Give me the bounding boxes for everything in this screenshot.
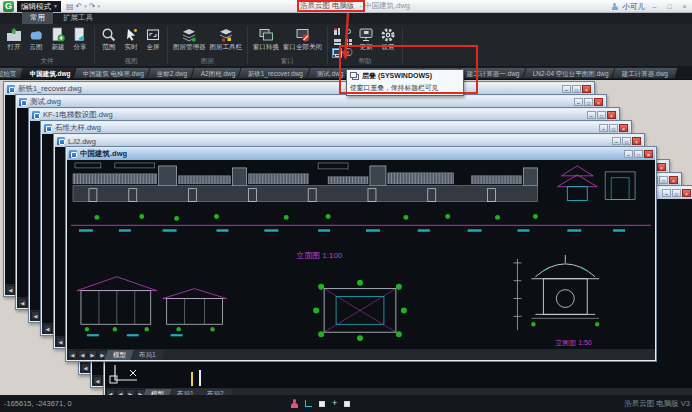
redo-dropdown-icon[interactable]: ▾ xyxy=(98,3,101,9)
layer-toolbar-button[interactable]: 图层工具栏 xyxy=(208,25,245,53)
layer-toolbar-icon xyxy=(217,26,235,43)
win-close-button[interactable]: × xyxy=(644,150,653,158)
app-close-button[interactable]: × xyxy=(679,3,690,10)
user-status-icon[interactable] xyxy=(290,399,298,408)
win-restore-button[interactable]: □ xyxy=(572,85,581,93)
share-icon xyxy=(71,26,89,43)
status-bar: -165615, -243671, 0 + 浩辰云图 电脑版 V3 xyxy=(0,395,692,412)
window-arrange-cluster: ⓘ xyxy=(331,25,355,60)
layout-first-button[interactable]: ◀ xyxy=(31,311,40,320)
ribbon-group-file: 打开 云图 新建 分享 文件 xyxy=(0,24,94,66)
win-minimize-button[interactable]: – xyxy=(562,85,571,93)
cloud-button[interactable]: 云图 xyxy=(25,25,47,53)
win-close-button[interactable]: × xyxy=(607,111,616,119)
app-minimize-button[interactable]: – xyxy=(649,3,660,10)
app-maximize-button[interactable]: □ xyxy=(664,3,675,10)
close-all-windows-button[interactable]: 窗口全部关闭 xyxy=(281,25,324,53)
user-name[interactable]: 小可儿 xyxy=(623,2,646,12)
fullscreen-button[interactable]: 全屏 xyxy=(142,25,164,53)
open-button[interactable]: 打开 xyxy=(3,25,25,53)
open-folder-icon xyxy=(5,26,23,43)
grid-toggle-icon[interactable] xyxy=(344,401,350,407)
win-close-button[interactable]: × xyxy=(682,189,691,197)
layout-first-button[interactable]: ◀ xyxy=(93,376,102,385)
layout-first-button[interactable]: ◀ xyxy=(56,337,65,346)
new-button[interactable]: 新建 xyxy=(47,25,69,53)
mdi-window-active[interactable]: 中国建筑.dwg –□× xyxy=(65,146,657,362)
undo-dropdown-icon[interactable]: ▾ xyxy=(84,3,87,9)
win-minimize-button[interactable]: – xyxy=(662,189,671,197)
crosshair-toggle-icon[interactable]: + xyxy=(332,399,337,408)
redo-icon[interactable]: ↷ xyxy=(89,2,96,11)
layout-first-button[interactable]: ◀ xyxy=(18,298,27,307)
tile-vertical-button[interactable] xyxy=(332,26,342,36)
window-title-text: KF-1电梯数设图.dwg xyxy=(43,110,113,120)
ribbon-tab-common[interactable]: 常用 xyxy=(22,12,53,24)
layout-next-button[interactable]: ▶ xyxy=(88,350,97,359)
ribbon-tab-extended-tools[interactable]: 扩展工具 xyxy=(55,12,101,24)
record-icon xyxy=(346,29,351,34)
win-minimize-button[interactable]: – xyxy=(599,124,608,132)
app-titlebar: G 编辑模式 ▾ ▤ ↶ ▾ ↷ ▾ 浩辰云图 电脑版 - 中国建筑.dwg 小… xyxy=(0,0,692,13)
doc-tab-label: 测试.dwg xyxy=(316,68,343,80)
doc-tab[interactable]: 建工计算器一.dwg xyxy=(456,67,530,79)
win-restore-button[interactable]: □ xyxy=(659,176,668,184)
layout-first-button[interactable]: ◀ xyxy=(6,285,15,294)
active-drawing-canvas[interactable]: 立面图 1:100 xyxy=(67,160,655,349)
tooltip-description: 使窗口重叠，保持标题栏可见 xyxy=(350,83,460,93)
doc-tab-label: 建工计算器.dwg xyxy=(621,68,667,80)
ribbon: 常用 扩展工具 打开 云图 新建 xyxy=(0,13,692,66)
edit-mode-button[interactable]: 编辑模式 ▾ xyxy=(17,1,61,12)
layout-first-button[interactable]: ◀ xyxy=(81,363,90,372)
ortho-toggle-icon[interactable] xyxy=(305,400,312,407)
cascade-icon xyxy=(333,49,340,55)
share-button[interactable]: 分享 xyxy=(69,25,91,53)
layer-manager-button[interactable]: 图层管理器 xyxy=(171,25,208,53)
gear-icon xyxy=(379,26,397,43)
win-close-button[interactable]: × xyxy=(619,124,628,132)
save-icon[interactable]: ▤ xyxy=(66,2,74,11)
undo-icon[interactable]: ↶ xyxy=(76,2,83,11)
win-minimize-button[interactable]: – xyxy=(624,150,633,158)
layout-prev-button[interactable]: ◀ xyxy=(78,350,87,359)
cursor-coordinates: -165615, -243671, 0 xyxy=(4,399,72,408)
doc-tab[interactable]: 建工计算器.dwg xyxy=(611,67,679,79)
zoom-extents-label: 范围 xyxy=(103,43,116,52)
new-document-icon xyxy=(49,26,67,43)
win-restore-button[interactable]: □ xyxy=(597,111,606,119)
cascade-icon xyxy=(350,72,357,78)
dwg-file-icon xyxy=(69,150,77,158)
win-close-button[interactable]: × xyxy=(632,137,641,145)
snap-toggle-icon[interactable] xyxy=(319,401,325,407)
layout-first-button[interactable]: ◀ xyxy=(43,324,52,333)
win-minimize-button[interactable]: – xyxy=(612,137,621,145)
doc-tab[interactable]: 中国建筑 电梯黑.dwg xyxy=(73,67,155,79)
win-close-button[interactable]: × xyxy=(582,85,591,93)
win-minimize-button[interactable]: – xyxy=(587,111,596,119)
update-button[interactable]: 更新 xyxy=(355,25,377,53)
win-close-button[interactable]: × xyxy=(657,163,666,171)
settings-button[interactable]: 设置 xyxy=(377,25,399,53)
win-close-button[interactable]: × xyxy=(669,176,678,184)
win-restore-button[interactable]: □ xyxy=(609,124,618,132)
win-minimize-button[interactable]: – xyxy=(574,98,583,106)
win-restore-button[interactable]: □ xyxy=(584,98,593,106)
doc-tab[interactable]: LN2-04 空位台平面图.dwg xyxy=(522,67,619,79)
doc-tab-label: LN2-04 空位台平面图.dwg xyxy=(532,68,608,80)
win-restore-button[interactable]: □ xyxy=(672,189,681,197)
record-button[interactable] xyxy=(343,26,353,36)
layout-tab-layout1[interactable]: 布局1 xyxy=(130,350,164,360)
win-close-button[interactable]: × xyxy=(594,98,603,106)
tile-horizontal-button[interactable] xyxy=(332,37,342,47)
active-window-titlebar[interactable]: 中国建筑.dwg –□× xyxy=(67,148,655,160)
layout-first-button[interactable]: ◀ xyxy=(68,350,77,359)
window-switch-button[interactable]: 窗口转换 xyxy=(251,25,281,53)
realtime-button[interactable]: 实时 xyxy=(120,25,142,53)
doc-tab[interactable]: 新铁1_recover.dwg xyxy=(238,67,315,79)
tile-horizontal-icon xyxy=(334,39,341,45)
grid-view-button[interactable] xyxy=(343,37,353,47)
zoom-extents-button[interactable]: 范围 xyxy=(98,25,120,53)
win-restore-button[interactable]: □ xyxy=(634,150,643,158)
app-logo-icon[interactable]: G xyxy=(3,1,14,12)
win-restore-button[interactable]: □ xyxy=(622,137,631,145)
